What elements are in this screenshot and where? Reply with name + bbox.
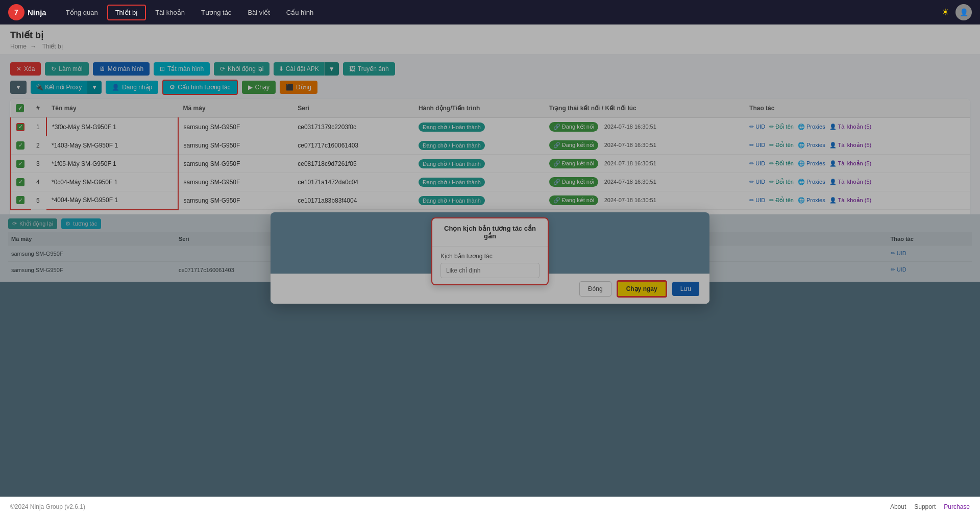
support-link[interactable]: Support [914, 503, 936, 510]
logo-text: Ninja [28, 8, 46, 17]
nav-item-thiet-bi[interactable]: Thiết bị [107, 5, 146, 20]
nav-items: Tổng quan Thiết bị Tài khoản Tương tác B… [59, 5, 941, 20]
nav-item-tuong-tac[interactable]: Tương tác [194, 6, 238, 19]
about-link[interactable]: About [890, 503, 906, 510]
logo-number: 7 [14, 8, 18, 16]
app-logo: 7 Ninja [8, 4, 46, 20]
avatar[interactable]: 👤 [955, 4, 972, 20]
modal-overlay-bg[interactable] [0, 24, 980, 497]
sun-icon[interactable]: ☀ [941, 7, 949, 18]
copyright: ©2024 Ninja Group (v2.6.1) [10, 503, 85, 510]
navbar: 7 Ninja Tổng quan Thiết bị Tài khoản Tươ… [0, 0, 980, 24]
nav-item-tai-khoan[interactable]: Tài khoản [148, 6, 192, 19]
nav-item-tong-quan[interactable]: Tổng quan [59, 6, 105, 19]
logo-icon: 7 [8, 4, 24, 20]
purchase-link[interactable]: Purchase [944, 503, 970, 510]
nav-item-cau-hinh[interactable]: Cấu hình [279, 6, 321, 19]
nav-item-bai-viet[interactable]: Bài viết [240, 6, 277, 19]
footer-right: About Support Purchase [890, 503, 970, 510]
footer: ©2024 Ninja Group (v2.6.1) About Support… [0, 497, 980, 516]
nav-right: ☀ 👤 [941, 4, 972, 20]
